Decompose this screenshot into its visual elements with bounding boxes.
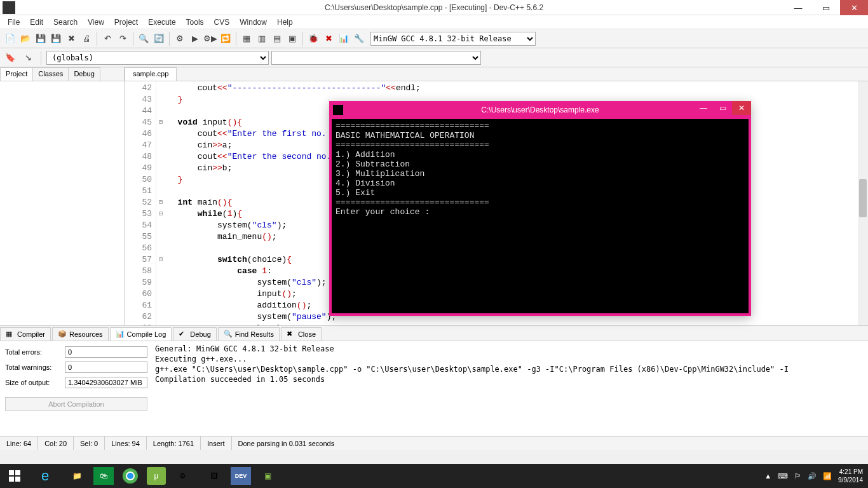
editor-scrollbar[interactable] xyxy=(858,81,868,325)
console-close-button[interactable]: ✕ xyxy=(732,101,751,115)
tray-up-icon[interactable]: ▲ xyxy=(764,472,771,480)
divider xyxy=(133,32,133,46)
errors-value xyxy=(65,346,147,358)
sidebar-tab-project[interactable]: Project xyxy=(0,67,33,81)
compile-icon[interactable]: ⚙ xyxy=(173,32,187,46)
taskbar-app1-icon[interactable]: ⚙ xyxy=(167,464,198,487)
log-icon: 📊 xyxy=(116,330,125,339)
bottom-tab-compiler[interactable]: ▦Compiler xyxy=(0,327,51,341)
taskbar-chrome-icon[interactable] xyxy=(115,464,146,487)
bottom-tab-compile-log[interactable]: 📊Compile Log xyxy=(110,327,172,341)
save-icon[interactable]: 💾 xyxy=(34,32,48,46)
console-maximize-button[interactable]: ▭ xyxy=(713,101,732,115)
menu-help[interactable]: Help xyxy=(272,17,298,28)
saveall-icon[interactable]: 💾 xyxy=(49,32,63,46)
divider xyxy=(169,32,170,46)
taskbar-explorer-icon[interactable]: 📁 xyxy=(62,464,92,487)
menu-window[interactable]: Window xyxy=(234,17,272,28)
console-titlebar[interactable]: C:\Users\user\Desktop\sample.exe — ▭ ✕ xyxy=(329,101,751,119)
taskbar-utorrent-icon[interactable]: μ xyxy=(147,467,166,485)
start-button[interactable] xyxy=(0,464,29,488)
print-icon[interactable]: 🖨 xyxy=(79,32,93,46)
console-output[interactable]: =============================== BASIC MA… xyxy=(332,119,749,313)
menu-edit[interactable]: Edit xyxy=(25,17,48,28)
line-gutter: 4243444546474849505152535455565758596061… xyxy=(125,81,156,325)
sidebar: ProjectClassesDebug xyxy=(0,67,125,325)
tray-clock[interactable]: 4:21 PM9/9/2014 xyxy=(838,468,863,484)
menu-file[interactable]: File xyxy=(3,17,25,28)
sidebar-tab-debug[interactable]: Debug xyxy=(68,67,100,81)
toolbar-main: 📄 📂 💾 💾 ✖ 🖨 ↶ ↷ 🔍 🔄 ⚙ ▶ ⚙▶ 🔁 ▦ ▥ ▤ ▣ 🐞 ✖… xyxy=(0,29,868,48)
sb-col: Col: 20 xyxy=(38,437,74,450)
debug-icon[interactable]: 🐞 xyxy=(306,32,320,46)
svg-rect-0 xyxy=(9,470,14,475)
undo-icon[interactable]: ↶ xyxy=(100,32,114,46)
debug-icon: ✔ xyxy=(179,330,187,339)
stop-icon[interactable]: ✖ xyxy=(322,32,336,46)
close-file-icon[interactable]: ✖ xyxy=(64,32,78,46)
bottom-tab-close[interactable]: ✖Close xyxy=(281,327,322,341)
abort-button[interactable]: Abort Compilation xyxy=(5,397,147,411)
bottom-tab-resources[interactable]: 📦Resources xyxy=(52,327,109,341)
statusbar: Line: 64 Col: 20 Sel: 0 Lines: 94 Length… xyxy=(0,436,868,450)
grid3-icon[interactable]: ▤ xyxy=(270,32,284,46)
tool-icon[interactable]: 🔧 xyxy=(352,32,366,46)
taskbar-store-icon[interactable]: 🛍 xyxy=(93,467,114,485)
system-tray[interactable]: ▲ ⌨ 🏳 🔊 📶 4:21 PM9/9/2014 xyxy=(764,468,868,484)
warnings-label: Total warnings: xyxy=(5,363,61,371)
taskbar-photos-icon[interactable]: 🖼 xyxy=(199,464,229,487)
bottom-tab-debug[interactable]: ✔Debug xyxy=(173,327,216,341)
wifi-icon[interactable]: 📶 xyxy=(823,472,832,480)
minimize-button[interactable]: — xyxy=(784,0,812,15)
grid1-icon[interactable]: ▦ xyxy=(240,32,254,46)
keyboard-icon[interactable]: ⌨ xyxy=(778,472,788,480)
grid2-icon[interactable]: ▥ xyxy=(255,32,269,46)
replace-icon[interactable]: 🔄 xyxy=(152,32,166,46)
run-icon[interactable]: ▶ xyxy=(188,32,202,46)
bookmark-icon[interactable]: 🔖 xyxy=(3,51,17,65)
menu-cvs[interactable]: CVS xyxy=(209,17,235,28)
app-icon xyxy=(3,1,15,14)
bottom-tabs: ▦Compiler📦Resources📊Compile Log✔Debug🔍Fi… xyxy=(0,325,868,341)
menu-tools[interactable]: Tools xyxy=(181,17,209,28)
sidebar-tab-classes[interactable]: Classes xyxy=(32,67,69,81)
taskbar-console-icon[interactable]: ▣ xyxy=(252,464,283,487)
svg-point-5 xyxy=(127,473,133,479)
compile-run-icon[interactable]: ⚙▶ xyxy=(203,32,217,46)
compiler-select[interactable]: MinGW GCC 4.8.1 32-bit Release xyxy=(370,32,536,46)
goto-icon[interactable]: ↘ xyxy=(21,51,35,65)
profile-icon[interactable]: 📊 xyxy=(337,32,351,46)
menu-project[interactable]: Project xyxy=(109,17,143,28)
close-button[interactable]: ✕ xyxy=(840,0,868,15)
svg-rect-1 xyxy=(15,470,20,475)
open-icon[interactable]: 📂 xyxy=(18,32,32,46)
log-output[interactable]: General: MinGW GCC 4.8.1 32-bit Release … xyxy=(153,341,868,436)
menu-execute[interactable]: Execute xyxy=(143,17,180,28)
bottom-tab-find-results[interactable]: 🔍Find Results xyxy=(218,327,280,341)
console-icon xyxy=(333,105,343,115)
menu-search[interactable]: Search xyxy=(48,17,83,28)
file-tab[interactable]: sample.cpp xyxy=(125,67,177,81)
volume-icon[interactable]: 🔊 xyxy=(808,472,817,480)
console-window[interactable]: C:\Users\user\Desktop\sample.exe — ▭ ✕ =… xyxy=(329,101,751,316)
rebuild-icon[interactable]: 🔁 xyxy=(219,32,233,46)
action-icon[interactable]: 🏳 xyxy=(794,472,801,480)
console-minimize-button[interactable]: — xyxy=(694,101,713,115)
svg-rect-3 xyxy=(15,477,20,482)
member-select[interactable] xyxy=(271,51,481,65)
taskbar-devcpp-icon[interactable]: DEV xyxy=(231,467,251,485)
titlebar: C:\Users\user\Desktop\sample.cpp - [Exec… xyxy=(0,0,868,15)
grid4-icon[interactable]: ▣ xyxy=(285,32,299,46)
divider xyxy=(236,32,236,46)
menu-view[interactable]: View xyxy=(83,17,109,28)
taskbar: e 📁 🛍 μ ⚙ 🖼 DEV ▣ ▲ ⌨ 🏳 🔊 📶 4:21 PM9/9/2… xyxy=(0,464,868,488)
new-icon[interactable]: 📄 xyxy=(3,32,17,46)
taskbar-ie-icon[interactable]: e xyxy=(30,464,60,487)
scope-select[interactable]: (globals) xyxy=(46,51,269,65)
find-icon[interactable]: 🔍 xyxy=(137,32,151,46)
redo-icon[interactable]: ↷ xyxy=(116,32,130,46)
fold-gutter[interactable]: ⊟ ⊟⊟ ⊟ xyxy=(156,81,165,325)
maximize-button[interactable]: ▭ xyxy=(812,0,840,15)
size-label: Size of output: xyxy=(5,379,61,386)
stats-panel: Total errors: Total warnings: Size of ou… xyxy=(0,341,153,436)
